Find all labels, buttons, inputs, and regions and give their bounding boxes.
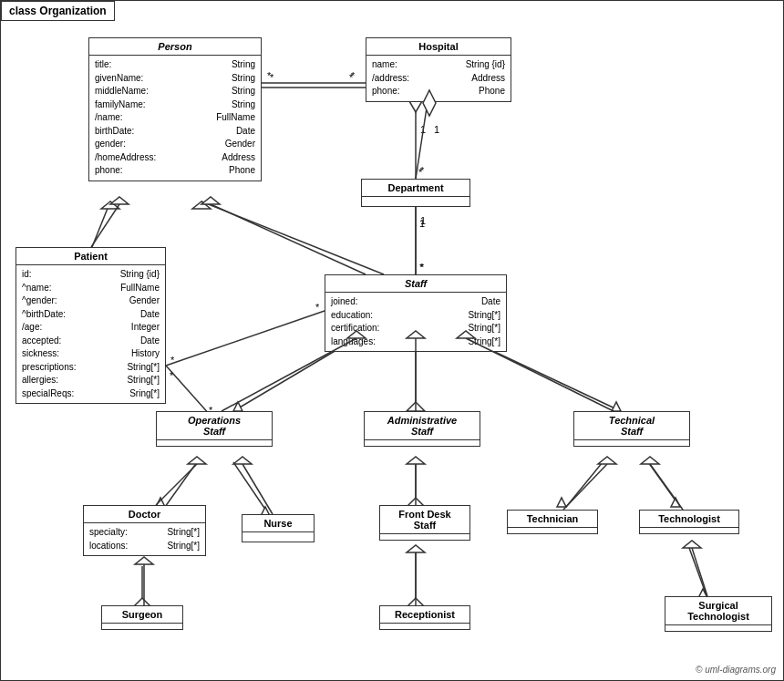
person-attrs: title:String givenName:String middleName…	[89, 56, 261, 181]
svg-marker-18	[233, 402, 242, 411]
svg-text:*: *	[420, 262, 425, 273]
nurse-class-name: Nurse	[242, 515, 314, 532]
svg-text:*: *	[420, 165, 425, 176]
svg-line-53	[166, 311, 325, 366]
hospital-class-name: Hospital	[366, 38, 511, 56]
nurse-attrs	[242, 532, 314, 542]
svg-line-14	[166, 366, 211, 416]
technical-staff-class: TechnicalStaff	[573, 411, 690, 447]
svg-marker-69	[598, 457, 616, 464]
receptionist-class-name: Receptionist	[380, 606, 469, 624]
hospital-attrs: name:String {id} /address:Address phone:…	[366, 56, 511, 101]
svg-marker-50	[110, 197, 129, 204]
administrative-staff-class-name: AdministrativeStaff	[365, 412, 480, 440]
diagram-container: class Organization * * 1 * 1 * * *	[0, 0, 784, 681]
svg-line-10	[92, 201, 110, 247]
patient-class: Patient id:String {id} ^name:FullName ^g…	[15, 247, 166, 404]
svg-line-31	[648, 462, 680, 507]
svg-line-37	[689, 548, 707, 598]
svg-marker-73	[135, 557, 153, 564]
surgical-technologist-class: SurgicalTechnologist	[665, 596, 772, 632]
svg-text:*: *	[170, 370, 174, 381]
svg-line-51	[211, 204, 366, 274]
technical-staff-class-name: TechnicalStaff	[574, 412, 689, 440]
diagram-title: class Organization	[1, 1, 115, 21]
department-class-name: Department	[362, 180, 469, 197]
svg-line-42	[416, 90, 429, 179]
operations-staff-attrs	[157, 440, 272, 446]
technician-class-name: Technician	[508, 511, 597, 528]
svg-marker-22	[612, 402, 621, 411]
svg-line-68	[563, 464, 607, 510]
surgeon-class: Surgeon	[101, 605, 183, 630]
svg-marker-77	[683, 541, 701, 548]
svg-line-70	[650, 464, 683, 510]
receptionist-class: Receptionist	[379, 605, 470, 630]
department-attrs	[362, 197, 469, 206]
technologist-class-name: Technologist	[640, 511, 738, 528]
doctor-class-name: Doctor	[84, 506, 205, 523]
doctor-class: Doctor specialty:String[*] locations:Str…	[83, 505, 206, 556]
svg-line-62	[156, 464, 197, 505]
svg-text:*: *	[351, 70, 356, 81]
svg-text:1: 1	[420, 215, 426, 226]
svg-text:*: *	[349, 72, 354, 83]
hospital-class: Hospital name:String {id} /address:Addre…	[366, 37, 511, 102]
administrative-staff-attrs	[365, 440, 480, 446]
technician-attrs	[508, 528, 597, 533]
receptionist-attrs	[380, 624, 469, 629]
front-desk-staff-class-name: Front DeskStaff	[380, 506, 469, 534]
surgeon-attrs	[102, 624, 182, 629]
svg-text:1: 1	[434, 124, 439, 135]
patient-class-name: Patient	[16, 248, 165, 265]
svg-text:1: 1	[420, 124, 426, 135]
technical-staff-attrs	[574, 440, 689, 446]
patient-attrs: id:String {id} ^name:FullName ^gender:Ge…	[16, 265, 165, 403]
svg-line-64	[242, 464, 273, 514]
svg-marker-67	[407, 457, 425, 464]
technologist-class: Technologist	[639, 510, 739, 534]
svg-line-76	[692, 548, 707, 596]
operations-staff-class: OperationsStaff	[156, 411, 273, 447]
doctor-attrs: specialty:String[*] locations:String[*]	[84, 523, 205, 555]
svg-marker-30	[557, 498, 566, 507]
svg-text:*: *	[315, 302, 320, 313]
technician-class: Technician	[507, 510, 598, 534]
surgical-technologist-class-name: SurgicalTechnologist	[665, 597, 771, 625]
svg-line-12	[201, 201, 384, 274]
copyright: © uml-diagrams.org	[696, 665, 776, 675]
svg-text:*: *	[170, 355, 175, 366]
administrative-staff-class: AdministrativeStaff	[364, 411, 480, 447]
front-desk-staff-attrs	[380, 534, 469, 540]
svg-marker-75	[407, 545, 425, 552]
svg-marker-65	[233, 457, 252, 464]
svg-text:*: *	[270, 72, 274, 83]
svg-line-25	[233, 462, 270, 516]
svg-text:*: *	[267, 70, 272, 81]
nurse-class: Nurse	[242, 514, 315, 542]
svg-marker-20	[407, 402, 425, 411]
svg-text:*: *	[419, 262, 424, 273]
svg-marker-71	[641, 457, 659, 464]
person-class-name: Person	[89, 38, 261, 56]
svg-line-23	[165, 462, 197, 507]
svg-marker-63	[188, 457, 206, 464]
front-desk-staff-class: Front DeskStaff	[379, 505, 470, 541]
svg-line-29	[566, 462, 603, 507]
staff-attrs: joined:Date education:String[*] certific…	[325, 293, 506, 351]
svg-text:*: *	[418, 167, 423, 178]
surgical-technologist-attrs	[665, 625, 771, 631]
department-class: Department	[361, 179, 470, 207]
person-class: Person title:String givenName:String mid…	[88, 37, 262, 181]
surgeon-class-name: Surgeon	[102, 606, 182, 624]
staff-class: Staff joined:Date education:String[*] ce…	[325, 274, 507, 352]
svg-marker-11	[101, 201, 119, 209]
svg-marker-52	[201, 197, 220, 204]
staff-class-name: Staff	[325, 275, 506, 293]
svg-marker-13	[192, 201, 211, 209]
svg-marker-32	[671, 498, 680, 507]
svg-line-49	[91, 204, 119, 247]
operations-staff-class-name: OperationsStaff	[157, 412, 272, 440]
technologist-attrs	[640, 528, 738, 533]
svg-text:1: 1	[419, 218, 425, 229]
